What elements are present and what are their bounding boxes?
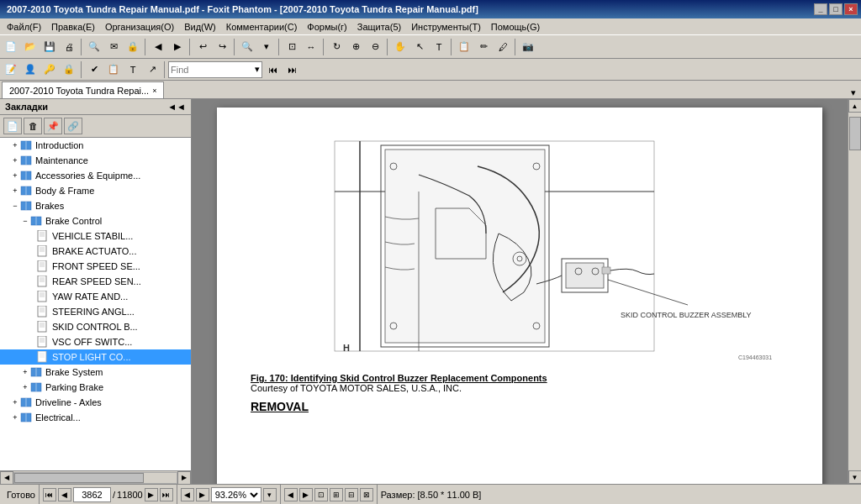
status-nav-prev[interactable]: ◀ [58, 488, 71, 501]
status-tool4[interactable]: ⊞ [330, 488, 343, 501]
sidebar-item-brake-act[interactable]: BRAKE ACTUATO... [0, 244, 191, 259]
maximize-button[interactable]: □ [829, 3, 843, 15]
menu-file[interactable]: Файл(F) [2, 20, 46, 34]
status-tool2[interactable]: ▶ [299, 488, 313, 501]
zoom-in-btn[interactable]: ▶ [196, 488, 209, 501]
btn3[interactable]: 🔒 [124, 38, 142, 56]
new-button[interactable]: 📄 [2, 38, 20, 56]
tb2-btn8[interactable]: ↗ [143, 60, 161, 79]
search-box[interactable]: ▾ [168, 61, 262, 78]
scan-button[interactable]: 🔍 [85, 38, 103, 56]
tb2-btn7[interactable]: T [124, 60, 142, 79]
sidebar-item-maintenance[interactable]: + Maintenance [0, 153, 191, 168]
toggle-maint[interactable]: + [10, 155, 20, 165]
tb2-btn4[interactable]: 🔒 [60, 60, 78, 79]
tab-dropdown[interactable]: ▾ [848, 87, 859, 98]
toggle-electrical[interactable]: + [10, 412, 20, 423]
sidebar-item-yaw-rate[interactable]: YAW RATE AND... [0, 289, 191, 304]
back-btn[interactable]: ↩ [193, 38, 212, 56]
tb2-btn5[interactable]: ✔ [85, 60, 103, 79]
sidebar-item-parking[interactable]: + Parking Brake [0, 380, 191, 395]
sidebar-item-stop-light[interactable]: STOP LIGHT CO... [0, 349, 191, 365]
btn2[interactable]: ✉ [104, 38, 123, 56]
sidebar-item-vsc-off[interactable]: VSC OFF SWITC... [0, 334, 191, 349]
search-input[interactable] [171, 65, 255, 75]
sidebar-item-driveline[interactable]: + Driveline - Axles [0, 395, 191, 410]
tool3[interactable]: 🖊 [494, 38, 512, 56]
zoom-in[interactable]: ⊕ [346, 38, 365, 56]
toggle-access[interactable]: + [10, 171, 20, 181]
sidebar-tool-1[interactable]: 📄 [3, 118, 22, 134]
pan-btn[interactable]: ✋ [391, 38, 409, 56]
sidebar-tool-3[interactable]: 📌 [44, 118, 62, 134]
scroll-down-btn[interactable]: ▼ [848, 470, 862, 484]
title-bar-buttons[interactable]: _ □ × [814, 3, 858, 15]
forward-btn[interactable]: ↪ [213, 38, 231, 56]
scroll-up-btn[interactable]: ▲ [848, 99, 862, 113]
sidebar-tool-4[interactable]: 🔗 [64, 118, 82, 134]
status-nav-next[interactable]: ▶ [145, 488, 158, 501]
tab-close-btn[interactable]: × [152, 87, 156, 95]
status-tool5[interactable]: ⊟ [345, 488, 358, 501]
scroll-track[interactable] [848, 113, 862, 470]
annot-btn[interactable]: Τ [430, 38, 448, 56]
status-nav-first[interactable]: ⏮ [43, 488, 56, 501]
zoom-dropdown[interactable]: ▾ [257, 38, 276, 56]
save-button[interactable]: 💾 [40, 38, 59, 56]
search-dropdown-arrow[interactable]: ▾ [255, 64, 260, 75]
status-nav-last[interactable]: ⏭ [160, 488, 173, 501]
zoom-btn[interactable]: 🔍 [238, 38, 256, 56]
tool2[interactable]: ✏ [474, 38, 493, 56]
fit-page[interactable]: ⊡ [283, 38, 301, 56]
select-btn[interactable]: ↖ [410, 38, 429, 56]
zoom-dropdown-btn[interactable]: ▾ [263, 488, 277, 501]
hscroll-track[interactable] [13, 472, 177, 484]
sidebar-item-front-speed[interactable]: FRONT SPEED SE... [0, 259, 191, 274]
menu-view[interactable]: Вид(W) [179, 20, 221, 34]
fit-width[interactable]: ↔ [302, 38, 320, 56]
next-btn[interactable]: ▶ [168, 38, 187, 56]
status-tool1[interactable]: ◀ [284, 488, 298, 501]
tb2-btn1[interactable]: 📝 [2, 60, 20, 79]
hscroll-right[interactable]: ▶ [177, 471, 191, 485]
menu-forms[interactable]: Формы(г) [302, 20, 351, 34]
sidebar-collapse-btn[interactable]: ◄◄ [167, 102, 186, 112]
prev-btn[interactable]: ◀ [149, 38, 167, 56]
sidebar-item-accessories[interactable]: + Accessories & Equipme... [0, 168, 191, 183]
sidebar-item-rear-speed[interactable]: REAR SPEED SEN... [0, 274, 191, 289]
sidebar-item-body[interactable]: + Body & Frame [0, 183, 191, 198]
minimize-button[interactable]: _ [814, 3, 827, 15]
sidebar-item-electrical[interactable]: + Electrical... [0, 410, 191, 425]
sidebar-item-steering[interactable]: STEERING ANGL... [0, 304, 191, 319]
toggle-brakes[interactable]: − [10, 201, 20, 211]
zoom-out[interactable]: ⊖ [366, 38, 384, 56]
tb2-btn2[interactable]: 👤 [21, 60, 40, 79]
toggle-intro[interactable]: + [10, 140, 20, 150]
menu-protect[interactable]: Защита(5) [352, 20, 406, 34]
toggle-brake-sys[interactable]: + [20, 367, 30, 377]
open-button[interactable]: 📂 [21, 38, 40, 56]
camera-btn[interactable]: 📷 [519, 38, 537, 56]
menu-tools[interactable]: Инструменты(Т) [406, 20, 486, 34]
tb2-btn6[interactable]: 📋 [104, 60, 123, 79]
right-scrollbar[interactable]: ▲ ▼ [848, 99, 861, 484]
menu-help[interactable]: Помощь(G) [486, 20, 545, 34]
hscroll-thumb[interactable] [14, 473, 144, 483]
status-tool6[interactable]: ⊠ [360, 488, 373, 501]
toggle-driveline[interactable]: + [10, 397, 20, 407]
menu-comments[interactable]: Комментарии(С) [221, 20, 303, 34]
page-number-input[interactable] [73, 487, 111, 502]
sidebar-item-brake-system[interactable]: + Brake System [0, 365, 191, 380]
sidebar-tool-2[interactable]: 🗑 [24, 118, 42, 134]
menu-edit[interactable]: Правка(E) [46, 20, 100, 34]
scroll-thumb[interactable] [849, 117, 861, 150]
sidebar-item-vehicle-stab[interactable]: VEHICLE STABIL... [0, 228, 191, 244]
search-prev[interactable]: ⏮ [263, 60, 282, 79]
tb2-btn3[interactable]: 🔑 [40, 60, 59, 79]
rotate-btn[interactable]: ↻ [327, 38, 346, 56]
toggle-body[interactable]: + [10, 186, 20, 196]
print-button[interactable]: 🖨 [60, 38, 78, 56]
search-next[interactable]: ⏭ [283, 60, 301, 79]
sidebar-item-skid-ctrl[interactable]: SKID CONTROL B... [0, 319, 191, 334]
close-button[interactable]: × [844, 3, 858, 15]
